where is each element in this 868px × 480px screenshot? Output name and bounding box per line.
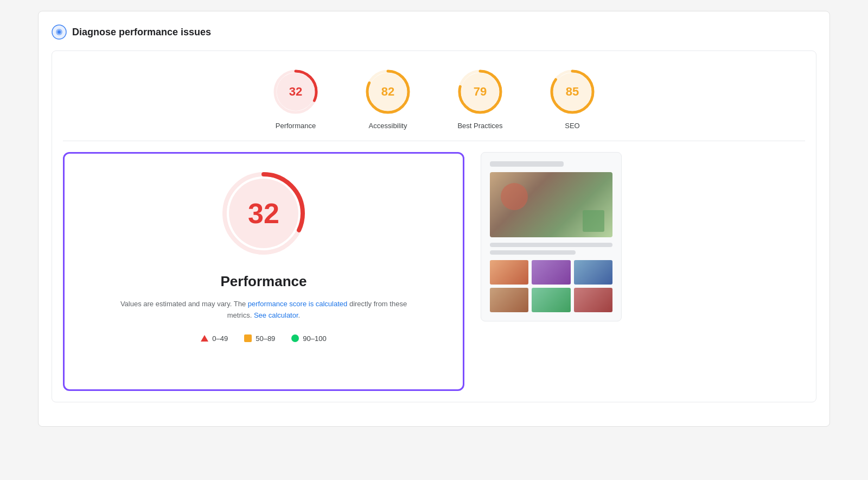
thumb-2 (532, 260, 570, 285)
score-circle-best-practices: 79 (456, 67, 505, 116)
score-circle-performance: 32 (271, 67, 320, 116)
orange-square-icon (244, 334, 252, 342)
performance-score-link[interactable]: performance score is calculated (248, 300, 348, 308)
page-header: Diagnose performance issues (52, 24, 816, 40)
score-item-seo: 85 SEO (548, 67, 597, 130)
detail-card: 32 Performance Values are estimated and … (63, 152, 464, 391)
period: . (298, 311, 301, 319)
legend-range-red: 0–49 (212, 334, 228, 343)
score-value-best-practices: 79 (474, 85, 487, 99)
preview-thumbnails (490, 260, 612, 312)
score-label-best-practices: Best Practices (457, 122, 502, 130)
thumb-6 (574, 288, 612, 312)
scores-row: 32 Performance 82 Accessibility (63, 67, 805, 130)
large-score-number: 32 (248, 197, 279, 230)
score-inner-seo: 85 (553, 73, 591, 111)
thumb-1 (490, 260, 528, 285)
preview-image (490, 172, 612, 237)
thumb-4 (490, 288, 528, 312)
score-inner-accessibility: 82 (369, 73, 407, 111)
calculator-link[interactable]: See calculator (254, 311, 298, 319)
detail-title: Performance (221, 273, 307, 290)
score-label-accessibility: Accessibility (369, 122, 407, 130)
thumb-5 (532, 288, 570, 312)
green-circle-icon (291, 334, 299, 342)
legend-row: 0–49 50–89 90–100 (201, 334, 326, 343)
red-triangle-icon (201, 335, 208, 342)
legend-item-green: 90–100 (291, 334, 326, 343)
score-label-seo: SEO (565, 122, 579, 130)
score-inner-performance: 32 (277, 73, 315, 111)
diagnose-icon (52, 24, 67, 40)
score-circle-accessibility: 82 (363, 67, 412, 116)
score-inner-best-practices: 79 (461, 73, 499, 111)
large-inner-circle: 32 (229, 179, 298, 248)
detail-description: Values are estimated and may vary. The p… (112, 299, 416, 321)
svg-point-2 (58, 30, 61, 34)
legend-item-red: 0–49 (201, 334, 228, 343)
score-item-performance: 32 Performance (271, 67, 320, 130)
legend-item-orange: 50–89 (244, 334, 275, 343)
score-item-best-practices: 79 Best Practices (456, 67, 505, 130)
score-value-accessibility: 82 (381, 85, 394, 99)
legend-range-orange: 50–89 (256, 334, 275, 343)
preview-text-bar-2 (490, 250, 576, 255)
large-score-container: 32 (220, 170, 307, 257)
content-area: 32 Performance Values are estimated and … (63, 152, 805, 391)
preview-card (481, 152, 622, 321)
scores-section: 32 Performance 82 Accessibility (52, 50, 816, 402)
divider (63, 141, 805, 141)
page-title: Diagnose performance issues (72, 27, 211, 38)
thumb-3 (574, 260, 612, 285)
score-value-performance: 32 (289, 85, 302, 99)
score-value-seo: 85 (566, 85, 579, 99)
score-item-accessibility: 82 Accessibility (363, 67, 412, 130)
preview-text-bar-1 (490, 243, 612, 247)
legend-range-green: 90–100 (303, 334, 326, 343)
preview-header-bar (490, 161, 564, 167)
score-label-performance: Performance (276, 122, 316, 130)
right-panel (481, 152, 805, 321)
score-circle-seo: 85 (548, 67, 597, 116)
description-start: Values are estimated and may vary. The (120, 300, 246, 308)
main-container: Diagnose performance issues 32 Performan… (38, 11, 830, 427)
